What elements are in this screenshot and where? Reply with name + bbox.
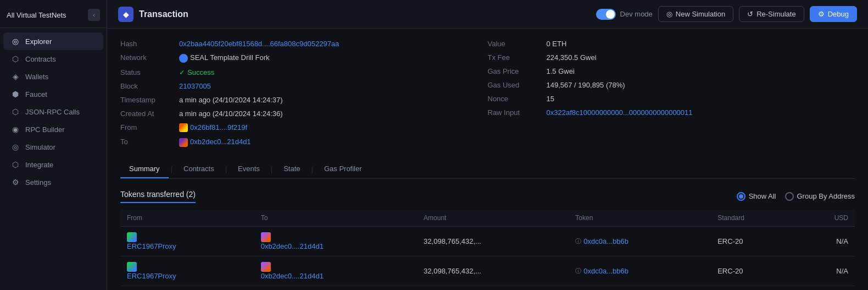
table-row: ERC1967Proxy 0xb2dec0....21d4d1 32,098,7… — [120, 256, 855, 286]
settings-icon: ⚙ — [11, 178, 20, 187]
sidebar-item-faucet[interactable]: ⬢ Faucet — [3, 85, 103, 103]
token-link[interactable]: ⓘ 0xdc0a...bb6b — [575, 267, 704, 275]
tx-status-field: Status ✓ Success — [120, 68, 466, 76]
tx-gas-used-field: Gas Used 149,567 / 190,895 (78%) — [488, 81, 855, 89]
row-amount: 32,098,765,432,... — [417, 256, 569, 286]
show-all-radio[interactable] — [737, 192, 745, 201]
row-token: ⓘ 0xdc0a...bb6b — [569, 256, 711, 286]
tx-gas-used-value: 149,567 / 190,895 (78%) — [547, 81, 625, 89]
row-to: 0xb2dec0....21d4d1 — [254, 226, 417, 256]
simulator-icon: ◎ — [11, 143, 20, 151]
tx-network-field: Network SEAL Template Drill Fork — [120, 53, 466, 63]
table-row: ERC1967Proxy 0xb2dec0....21d4d1 32,098,7… — [120, 226, 855, 256]
from-link[interactable]: ERC1967Proxy — [127, 242, 248, 250]
tx-from-field: From 0x26bf81....9f219f — [120, 123, 466, 133]
tab-contracts[interactable]: Contracts — [175, 160, 223, 178]
to-link[interactable]: 0xb2dec0....21d4d1 — [261, 242, 410, 250]
row-token: ⓘ 0xdc0a...bb6b — [569, 226, 711, 256]
tx-network-label: Network — [120, 53, 173, 62]
tab-events[interactable]: Events — [229, 160, 269, 178]
sidebar-item-contracts[interactable]: ⬡ Contracts — [3, 50, 103, 68]
header-actions: Dev mode ◎ New Simulation ↺ Re-Simulate … — [596, 6, 857, 22]
tab-bar: Summary|Contracts|Events|State|Gas Profi… — [120, 160, 855, 179]
sidebar-item-wallets[interactable]: ◈ Wallets — [3, 68, 103, 85]
tokens-header: Tokens transferred (2) Show All Group By… — [120, 190, 855, 203]
from-link[interactable]: ERC1967Proxy — [127, 272, 248, 280]
content-area: Hash 0x2baa4405f20ebf81568d....66fa808c9… — [107, 29, 868, 290]
debug-label: Debug — [828, 10, 849, 18]
tx-block-field: Block 21037005 — [120, 82, 466, 90]
tokens-filter: Show All Group By Address — [737, 192, 855, 201]
to-link[interactable]: 0xb2dec0....21d4d1 — [261, 272, 410, 280]
row-amount: 32,098,765,432,... — [417, 226, 569, 256]
group-by-address-option[interactable]: Group By Address — [785, 192, 855, 201]
to-row-icon — [261, 232, 271, 242]
tx-timestamp-field: Timestamp a min ago (24/10/2024 14:24:37… — [120, 96, 466, 104]
tx-right-section: Value 0 ETH Tx Fee 224,350.5 Gwei Gas Pr… — [488, 40, 855, 147]
sidebar-item-json-rpc[interactable]: ⬡ JSON-RPC Calls — [3, 103, 103, 121]
tx-left-section: Hash 0x2baa4405f20ebf81568d....66fa808c9… — [120, 40, 488, 147]
tokens-table: FromToAmountTokenStandardUSD ERC1967Prox… — [120, 210, 855, 286]
re-simulate-label: Re-Simulate — [756, 10, 796, 18]
sidebar-title: All Virtual TestNets — [7, 11, 66, 19]
row-standard: ERC-20 — [711, 256, 797, 286]
tx-status-label: Status — [120, 68, 173, 76]
tx-raw-input-value[interactable]: 0x322af8c10000000000...0000000000000011 — [547, 108, 693, 117]
tx-timestamp-label: Timestamp — [120, 96, 173, 104]
new-simulation-button[interactable]: ◎ New Simulation — [658, 6, 733, 22]
sidebar-item-settings[interactable]: ⚙ Settings — [3, 173, 103, 191]
sidebar-item-rpc-builder[interactable]: ◉ RPC Builder — [3, 121, 103, 138]
row-standard: ERC-20 — [711, 226, 797, 256]
main-content: ◆ Transaction Dev mode ◎ New Simulation … — [107, 0, 868, 290]
tx-fee-value: 224,350.5 Gwei — [547, 53, 597, 62]
integrate-icon: ⬡ — [11, 160, 20, 169]
faucet-icon: ⬢ — [11, 90, 20, 99]
sidebar-item-integrate[interactable]: ⬡ Integrate — [3, 156, 103, 173]
tab-state[interactable]: State — [275, 160, 309, 178]
tx-created-at-value: a min ago (24/10/2024 14:24:36) — [179, 110, 283, 118]
tx-created-at-field: Created At a min ago (24/10/2024 14:24:3… — [120, 110, 466, 118]
tx-gas-price-label: Gas Price — [488, 67, 540, 75]
tab-gas-profiler[interactable]: Gas Profiler — [315, 160, 371, 178]
group-by-address-label: Group By Address — [797, 192, 855, 200]
tx-hash-label: Hash — [120, 40, 173, 48]
debug-button[interactable]: ⚙ Debug — [810, 6, 857, 22]
dev-mode-label: Dev mode — [620, 10, 653, 18]
show-all-label: Show All — [749, 192, 776, 200]
tab-divider-2: | — [224, 165, 228, 173]
tx-to-field: To 0xb2dec0...21d4d1 — [120, 138, 466, 147]
sidebar-item-explorer[interactable]: ◎ Explorer — [3, 32, 103, 50]
sidebar-collapse-button[interactable]: ‹ — [88, 9, 100, 21]
show-all-option[interactable]: Show All — [737, 192, 776, 201]
tx-nonce-field: Nonce 15 — [488, 95, 855, 103]
wallets-label: Wallets — [25, 73, 48, 81]
tx-raw-input-label: Raw Input — [488, 108, 540, 117]
dev-mode-toggle[interactable] — [596, 9, 616, 20]
tx-to-label: To — [120, 138, 173, 146]
rpc-builder-icon: ◉ — [11, 125, 20, 134]
sidebar-item-simulator[interactable]: ◎ Simulator — [3, 138, 103, 156]
contracts-label: Contracts — [25, 55, 56, 63]
to-row-icon — [261, 262, 271, 272]
from-row-icon — [127, 262, 137, 272]
tx-raw-input-field: Raw Input 0x322af8c10000000000...0000000… — [488, 108, 855, 117]
token-link[interactable]: ⓘ 0xdc0a...bb6b — [575, 237, 704, 245]
tx-from-value[interactable]: 0x26bf81....9f219f — [179, 123, 247, 133]
re-simulate-button[interactable]: ↺ Re-Simulate — [739, 6, 804, 22]
wallets-icon: ◈ — [11, 72, 20, 81]
explorer-icon: ◎ — [11, 37, 20, 46]
tx-to-value[interactable]: 0xb2dec0...21d4d1 — [179, 138, 251, 147]
json-rpc-icon: ⬡ — [11, 107, 20, 116]
tx-created-at-label: Created At — [120, 110, 173, 118]
col-header-amount: Amount — [417, 210, 569, 227]
tx-block-value[interactable]: 21037005 — [179, 82, 211, 90]
tx-hash-value[interactable]: 0x2baa4405f20ebf81568d....66fa808c9d0522… — [179, 40, 339, 48]
tx-fee-field: Tx Fee 224,350.5 Gwei — [488, 53, 855, 62]
from-row-icon — [127, 232, 137, 242]
tx-hash-field: Hash 0x2baa4405f20ebf81568d....66fa808c9… — [120, 40, 466, 48]
integrate-label: Integrate — [25, 161, 53, 169]
to-address-icon — [179, 138, 188, 147]
group-by-address-radio[interactable] — [785, 192, 794, 201]
tx-nonce-label: Nonce — [488, 95, 540, 103]
tab-summary[interactable]: Summary — [120, 160, 169, 178]
